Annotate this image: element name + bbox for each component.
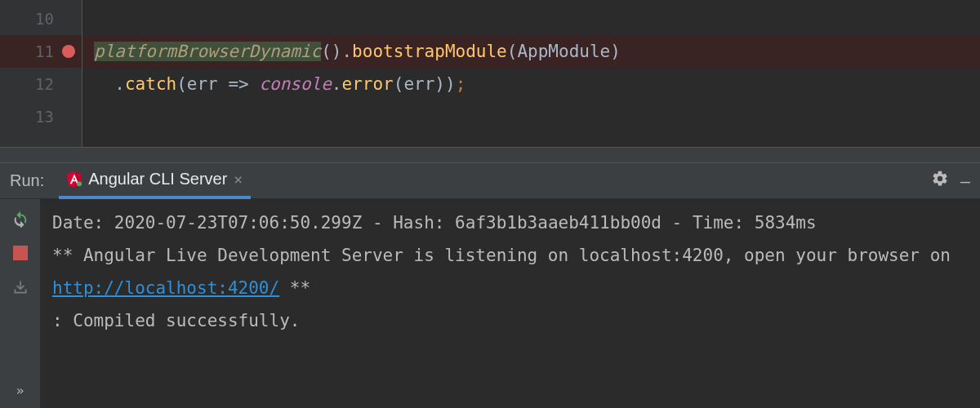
run-label: Run: <box>10 171 44 190</box>
punct: . <box>341 42 352 61</box>
identifier: platformBrowserDynamic <box>94 42 321 61</box>
svg-rect-1 <box>13 246 28 260</box>
svg-point-0 <box>77 181 82 186</box>
arrow: => <box>218 74 260 94</box>
console-link[interactable]: http://localhost:4200/ <box>52 278 279 298</box>
run-tab-title: Angular CLI Server <box>88 170 227 188</box>
code-editor: 10 11 12 13 platformBrowserDynamic().boo… <box>0 0 980 147</box>
console-hash: 6af3b1b3aaeb411bb00d <box>455 213 662 233</box>
line-number: 13 <box>28 108 54 126</box>
hide-icon[interactable]: — <box>960 171 970 191</box>
console-time: 5834ms <box>755 213 817 233</box>
code-line[interactable] <box>82 2 980 35</box>
method: catch <box>125 74 176 94</box>
console-text: : Compiled successfully. <box>52 311 300 330</box>
punct: . <box>332 74 342 94</box>
identifier: err <box>403 74 434 94</box>
method: error <box>342 74 394 94</box>
run-tab[interactable]: Angular CLI Server × <box>59 163 251 199</box>
punct: ; <box>456 74 466 94</box>
gear-icon[interactable] <box>931 170 949 192</box>
code-line[interactable]: platformBrowserDynamic().bootstrapModule… <box>82 35 980 68</box>
download-icon[interactable] <box>11 277 30 297</box>
console-text: ** Angular Live Development Server is li… <box>52 246 961 265</box>
editor-gutter: 10 11 12 13 <box>0 0 82 147</box>
identifier: AppModule <box>517 42 610 61</box>
console-text: - Time: <box>662 213 755 233</box>
run-panel-header: Run: Angular CLI Server × — <box>0 163 980 199</box>
rerun-icon[interactable] <box>11 209 30 228</box>
punct: . <box>114 74 125 94</box>
angular-icon <box>67 171 82 188</box>
punct: ( <box>176 74 187 94</box>
gutter-row[interactable]: 12 <box>0 68 82 100</box>
code-line[interactable] <box>82 100 980 133</box>
console-text: - Hash: <box>362 213 455 233</box>
console-text: Date: <box>52 213 114 233</box>
run-panel-body: » Date: 2020-07-23T07:06:50.299Z - Hash:… <box>0 199 980 408</box>
identifier: err <box>187 74 218 94</box>
gutter-row[interactable]: 11 <box>0 35 82 68</box>
line-number: 12 <box>28 75 54 93</box>
code-line[interactable]: .catch(err => console.error(err)); <box>82 68 980 100</box>
stop-icon[interactable] <box>11 243 30 263</box>
line-number: 10 <box>28 10 54 28</box>
gutter-row[interactable]: 13 <box>0 100 82 133</box>
punct: ( <box>507 42 518 61</box>
method: bootstrapModule <box>352 42 507 61</box>
identifier: console <box>259 74 332 94</box>
run-console[interactable]: Date: 2020-07-23T07:06:50.299Z - Hash: 6… <box>41 199 980 408</box>
indent <box>94 74 114 94</box>
run-toolbar: » <box>0 199 41 408</box>
panel-divider[interactable] <box>0 147 980 163</box>
punct: ) <box>610 42 621 61</box>
punct: )) <box>434 74 455 94</box>
more-icon[interactable]: » <box>11 380 30 400</box>
gutter-row[interactable]: 10 <box>0 2 82 35</box>
line-number: 11 <box>28 42 54 60</box>
breakpoint-icon[interactable] <box>62 45 75 58</box>
punct: () <box>321 42 341 61</box>
close-icon[interactable]: × <box>234 171 243 188</box>
console-date: 2020-07-23T07:06:50.299Z <box>114 213 362 233</box>
code-area[interactable]: platformBrowserDynamic().bootstrapModule… <box>82 0 980 147</box>
punct: ( <box>394 74 404 94</box>
console-text: ** <box>279 278 310 298</box>
